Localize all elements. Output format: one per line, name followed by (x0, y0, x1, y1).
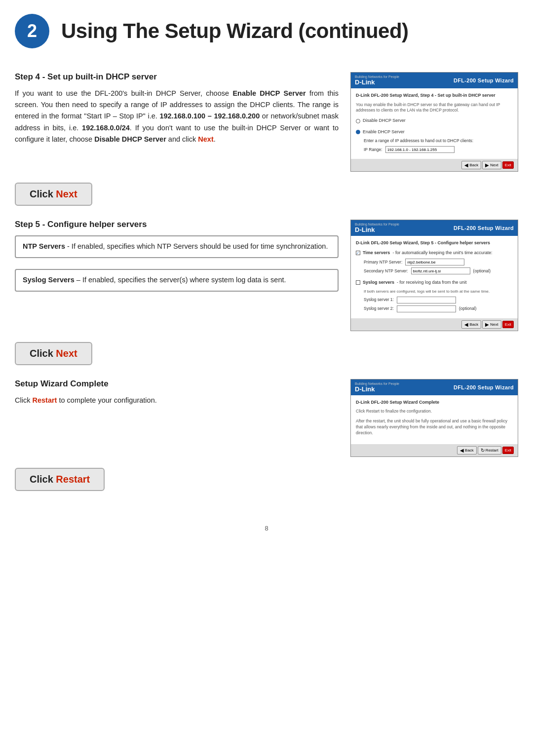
wizardC-title: DFL-200 Setup Wizard (454, 384, 514, 390)
step4-section: Step 4 - Set up built-in DHCP server If … (15, 72, 518, 172)
wizard4-option1-label: Disable DHCP Server (363, 117, 406, 124)
complete-wizard-panel: Building Networks for People D-Link DFL-… (350, 379, 518, 457)
complete-click-restart: Click Restart (15, 468, 105, 491)
syslog-label: Syslog Servers (23, 276, 75, 284)
page-header: 2 Using The Setup Wizard (continued) (0, 0, 533, 58)
wizard4-title: DFL-200 Setup Wizard (454, 77, 514, 83)
step4-wizard: Building Networks for People D-Link DFL-… (350, 72, 518, 172)
wizard4-footer: ◀ Back ▶ Next Exit (351, 159, 518, 171)
wizard4-ip-label: IP Range: (364, 147, 382, 153)
syslog-server-checkbox[interactable] (356, 280, 360, 285)
wizardC-header: Building Networks for People D-Link DFL-… (351, 379, 518, 395)
wizard5-secondary-row: Secondary NTP Server: (optional) (364, 267, 513, 274)
wizard5-next-button[interactable]: ▶ Next (482, 320, 501, 329)
syslog-desc: – If enabled, specifies the server(s) wh… (75, 276, 286, 284)
page-title: Using The Setup Wizard (continued) (61, 19, 409, 43)
step4-title: Step 4 - Set up built-in DHCP server (15, 72, 339, 82)
wizard4-step-label: D-Link DFL-200 Setup Wizard, Step 4 - Se… (356, 92, 513, 99)
syslog-server-label: Syslog servers (363, 279, 394, 286)
complete-left: Setup Wizard Complete Click Restart to c… (15, 379, 339, 457)
wizard4-radio2[interactable] (356, 130, 360, 134)
wizardC-logo: Building Networks for People D-Link (355, 382, 399, 393)
time-server-label: Time servers (363, 250, 390, 257)
wizard5-syslog-row: Syslog servers - for receiving log data … (356, 279, 513, 286)
wizard4-field-label: Enter a range of IP addresses to hand ou… (364, 138, 513, 144)
wizardC-body: D-Link DFL-200 Setup Wizard Complete Cli… (351, 395, 518, 444)
wizardC-step-label: D-Link DFL-200 Setup Wizard Complete (356, 399, 513, 406)
wizard4-next-button[interactable]: ▶ Next (482, 161, 501, 169)
wizard5-logo: Building Networks for People D-Link (355, 223, 399, 233)
step5-click-next: Click Next (15, 342, 92, 365)
back-arrow-icon: ◀ (464, 162, 468, 168)
primary-ntp-input[interactable] (405, 259, 464, 265)
page-number: 8 (0, 515, 533, 537)
back-arrow-icon: ◀ (460, 448, 464, 453)
secondary-ntp-label: Secondary NTP Server: (364, 268, 408, 274)
wizard4-header: Building Networks for People D-Link DFL-… (351, 73, 518, 88)
wizard5-exit-button[interactable]: Exit (502, 321, 514, 328)
wizard4-body: D-Link DFL-200 Setup Wizard, Step 4 - Se… (351, 88, 518, 159)
wizard5-primary-row: Primary NTP Server: (364, 259, 513, 265)
step4-wizard-panel: Building Networks for People D-Link DFL-… (350, 72, 518, 172)
section-number: 2 (15, 14, 49, 48)
syslog1-label: Syslog server 1: (364, 297, 394, 303)
wizard5-title: DFL-200 Setup Wizard (454, 225, 514, 231)
complete-title: Setup Wizard Complete (15, 379, 339, 389)
step5-syslog-box: Syslog Servers – If enabled, specifies t… (15, 269, 339, 292)
primary-ntp-label: Primary NTP Server: (364, 259, 402, 265)
wizard4-back-button[interactable]: ◀ Back (461, 161, 481, 169)
next-arrow-icon: ▶ (485, 322, 489, 327)
wizard4-desc: You may enable the built-in DHCP server … (356, 102, 513, 114)
wizard5-footer: ◀ Back ▶ Next Exit (351, 318, 518, 331)
main-content: Step 4 - Set up built-in DHCP server If … (0, 58, 533, 515)
wizard5-header: Building Networks for People D-Link DFL-… (351, 220, 518, 236)
wizard4-logo: Building Networks for People D-Link (355, 75, 399, 86)
wizard5-syslog1-row: Syslog server 1: (364, 297, 513, 303)
syslog2-input[interactable] (397, 305, 456, 312)
wizard5-syslog2-row: Syslog server 2: (optional) (364, 305, 513, 312)
wizard4-ip-row: IP Range: (364, 146, 513, 153)
step5-wizard: Building Networks for People D-Link DFL-… (350, 220, 518, 331)
step5-wizard-panel: Building Networks for People D-Link DFL-… (350, 220, 518, 331)
step5-left: Step 5 - Configure helper servers NTP Se… (15, 220, 339, 331)
wizardC-restart-note: Click Restart to finalize the configurat… (356, 409, 513, 415)
restart-icon: ↻ (481, 448, 485, 453)
step4-click-next: Click Next (15, 183, 92, 206)
step4-left: Step 4 - Set up built-in DHCP server If … (15, 72, 339, 172)
complete-section: Setup Wizard Complete Click Restart to c… (15, 379, 518, 457)
secondary-optional: (optional) (473, 268, 491, 274)
ntp-label: NTP Servers (23, 242, 65, 250)
step4-body: If you want to use the DFL-200's built-i… (15, 88, 339, 145)
step5-ntp-box: NTP Servers - If enabled, specifies whic… (15, 235, 339, 258)
wizard5-step-label: D-Link DFL-200 Setup Wizard, Step 5 - Co… (356, 240, 513, 247)
secondary-ntp-input[interactable] (411, 267, 470, 274)
step5-info-boxes: NTP Servers - If enabled, specifies whic… (15, 235, 339, 298)
step5-section: Step 5 - Configure helper servers NTP Se… (15, 220, 518, 331)
complete-wizard: Building Networks for People D-Link DFL-… (350, 379, 518, 457)
next-arrow-icon: ▶ (485, 162, 489, 168)
wizardC-desc: After the restart, the unit should be fu… (356, 418, 513, 436)
syslog2-optional: (optional) (459, 305, 476, 312)
wizard5-time-row: Time servers - for automatically keeping… (356, 250, 513, 257)
wizard5-back-button[interactable]: ◀ Back (461, 320, 481, 329)
wizardC-back-button[interactable]: ◀ Back (457, 446, 477, 454)
ntp-desc: - If enabled, specifies which NTP Server… (65, 242, 328, 250)
complete-body: Click Restart to complete your configura… (15, 395, 339, 406)
wizard5-body: D-Link DFL-200 Setup Wizard, Step 5 - Co… (351, 236, 518, 318)
syslog2-label: Syslog server 2: (364, 305, 394, 312)
wizardC-footer: ◀ Back ↻ Restart Exit (351, 444, 518, 456)
wizard4-option1-row: Disable DHCP Server (356, 117, 513, 124)
time-server-checkbox[interactable] (356, 251, 360, 255)
syslog-server-desc: - for receiving log data from the unit (397, 279, 467, 286)
wizardC-exit-button[interactable]: Exit (502, 447, 514, 454)
wizard4-ip-input[interactable] (385, 146, 455, 153)
wizard4-exit-button[interactable]: Exit (502, 161, 514, 169)
time-server-desc: - for automatically keeping the unit's t… (392, 250, 492, 257)
wizardC-restart-button[interactable]: ↻ Restart (478, 446, 501, 454)
wizard4-option2-row: Enable DHCP Server (356, 129, 513, 136)
syslog-both-note: If both servers are configured, logs wil… (364, 289, 513, 295)
step5-title: Step 5 - Configure helper servers (15, 220, 339, 229)
back-arrow-icon: ◀ (464, 322, 468, 327)
wizard4-radio1[interactable] (356, 119, 360, 123)
syslog1-input[interactable] (397, 297, 456, 303)
